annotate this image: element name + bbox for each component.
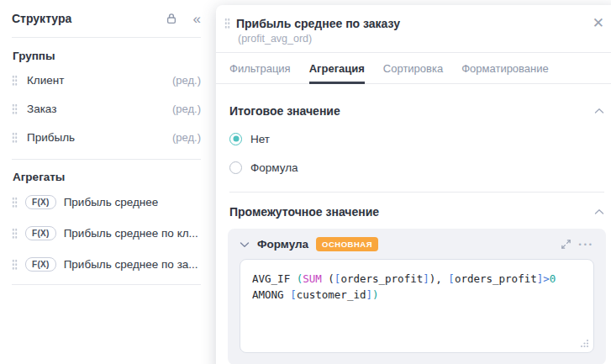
field-settings-panel: Прибыль среднее по заказу ✕ (profit_avg_… bbox=[216, 5, 611, 364]
drag-handle-icon[interactable] bbox=[12, 259, 18, 270]
group-item-label: Заказ bbox=[27, 103, 163, 115]
total-value-section: Итоговое значение Нет Формула bbox=[216, 104, 611, 175]
drag-handle-icon[interactable] bbox=[12, 197, 18, 208]
drag-handle-icon[interactable] bbox=[12, 132, 18, 143]
sidebar-header: Структура « bbox=[12, 0, 201, 37]
radio-selected-icon[interactable] bbox=[229, 133, 242, 145]
formula-fx-badge: F(X) bbox=[25, 257, 56, 272]
drag-handle-icon[interactable] bbox=[12, 228, 18, 239]
group-item-label: Клиент bbox=[27, 74, 163, 87]
chevron-up-icon[interactable] bbox=[594, 208, 604, 215]
tab-aggregation[interactable]: Агрегация bbox=[309, 53, 365, 84]
intermediate-value-title: Промежуточное значение bbox=[229, 205, 379, 219]
aggregate-item[interactable]: F(X) Прибыль среднее по за... bbox=[12, 249, 201, 280]
tab-formatting[interactable]: Форматирование bbox=[461, 53, 549, 84]
collapse-panel-icon[interactable]: « bbox=[193, 12, 201, 26]
drag-handle-icon[interactable] bbox=[12, 75, 18, 86]
structure-sidebar: Структура « Группы Клиент (ред.) Заказ (… bbox=[0, 0, 213, 364]
formula-fx-badge: F(X) bbox=[25, 226, 56, 240]
intermediate-value-section: Промежуточное значение bbox=[216, 205, 611, 219]
lock-icon[interactable] bbox=[165, 12, 178, 25]
aggregate-item-label: Прибыль среднее по кл... bbox=[64, 227, 198, 240]
main-formula-badge: ОСНОВНАЯ bbox=[316, 237, 378, 251]
sidebar-divider bbox=[12, 37, 201, 38]
formula-title: Формула bbox=[257, 238, 308, 251]
tab-sorting[interactable]: Сортировка bbox=[383, 53, 443, 84]
tab-filtering[interactable]: Фильтрация bbox=[229, 53, 291, 84]
group-item-label: Прибыль bbox=[27, 131, 163, 144]
resize-grip-icon[interactable] bbox=[580, 339, 589, 348]
aggregates-section-title: Агрегаты bbox=[13, 171, 201, 183]
drag-handle-icon[interactable] bbox=[224, 18, 230, 29]
formula-card-header: Формула ОСНОВНАЯ ••• bbox=[240, 237, 594, 251]
aggregate-item-label: Прибыль среднее по за... bbox=[64, 258, 198, 271]
sidebar-divider bbox=[12, 159, 201, 160]
radio-unselected-icon[interactable] bbox=[229, 161, 242, 174]
expand-icon[interactable] bbox=[561, 239, 571, 250]
panel-header: Прибыль среднее по заказу ✕ bbox=[216, 5, 611, 30]
edit-link[interactable]: (ред.) bbox=[172, 103, 201, 115]
settings-tabs: Фильтрация Агрегация Сортировка Форматир… bbox=[216, 53, 611, 84]
chevron-down-icon[interactable] bbox=[240, 241, 250, 248]
radio-option-formula[interactable]: Формула bbox=[229, 160, 604, 175]
aggregate-item-label: Прибыль среднее bbox=[64, 196, 159, 208]
group-item-order[interactable]: Заказ (ред.) bbox=[12, 94, 201, 123]
field-id-subtitle: (profit_avg_ord) bbox=[216, 30, 611, 45]
total-value-title: Итоговое значение bbox=[229, 104, 340, 118]
code-content: AVG_IF (SUM ([orders_profit]), [orders_p… bbox=[252, 271, 582, 303]
sidebar-divider bbox=[12, 284, 201, 285]
panel-title: Прибыль среднее по заказу bbox=[236, 17, 587, 30]
formula-code-editor[interactable]: AVG_IF (SUM ([orders_profit]), [orders_p… bbox=[240, 259, 594, 353]
formula-card: Формула ОСНОВНАЯ ••• AVG_IF (SUM ([order… bbox=[228, 229, 606, 364]
chevron-up-icon[interactable] bbox=[594, 108, 604, 114]
formula-fx-badge: F(X) bbox=[25, 195, 56, 209]
aggregate-item[interactable]: F(X) Прибыль среднее по кл... bbox=[12, 218, 201, 249]
edit-link[interactable]: (ред.) bbox=[172, 131, 201, 144]
drag-handle-icon[interactable] bbox=[12, 103, 18, 114]
group-item-profit[interactable]: Прибыль (ред.) bbox=[12, 123, 201, 151]
group-item-client[interactable]: Клиент (ред.) bbox=[12, 66, 201, 94]
close-icon[interactable]: ✕ bbox=[593, 16, 604, 30]
groups-section-title: Группы bbox=[13, 50, 201, 62]
sidebar-title: Структура bbox=[12, 12, 150, 25]
panel-divider bbox=[229, 192, 604, 193]
edit-link[interactable]: (ред.) bbox=[172, 74, 201, 87]
more-menu-icon[interactable]: ••• bbox=[579, 240, 594, 249]
aggregate-item[interactable]: F(X) Прибыль среднее bbox=[12, 187, 201, 218]
radio-option-none[interactable]: Нет bbox=[229, 131, 604, 146]
